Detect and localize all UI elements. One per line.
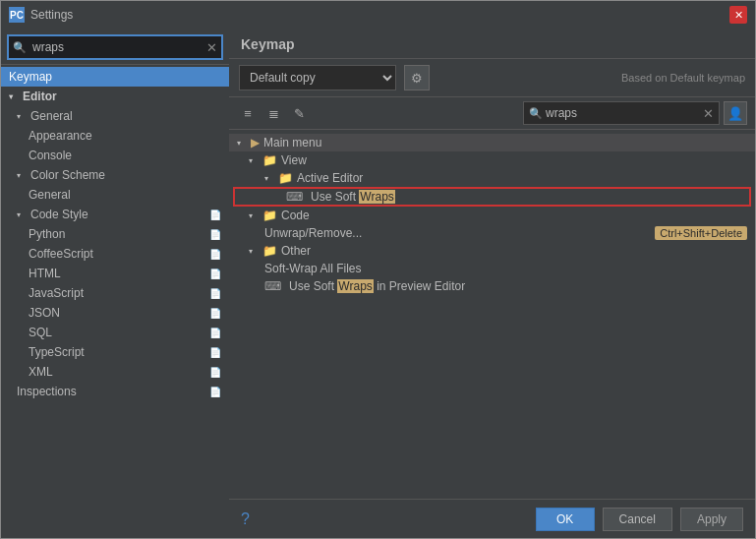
html-label: HTML <box>29 267 61 280</box>
sidebar-item-xml[interactable]: XML 📄 <box>1 362 229 382</box>
other-folder-icon: 📁 <box>262 244 277 258</box>
ok-button[interactable]: OK <box>536 508 595 531</box>
wraps-preview-highlight: Wraps <box>337 279 373 293</box>
sidebar-item-typescript[interactable]: TypeScript 📄 <box>1 342 229 362</box>
active-editor-label: Active Editor <box>297 171 363 185</box>
title-bar: PC Settings ✕ <box>1 1 755 29</box>
view-folder-icon: 📁 <box>262 153 277 167</box>
console-label: Console <box>29 149 72 162</box>
sidebar-item-console[interactable]: Console <box>1 146 229 165</box>
tree-item-use-soft-wraps-preview[interactable]: ⌨ Use Soft Wraps in Preview Editor <box>229 277 755 295</box>
active-editor-triangle <box>264 174 274 183</box>
code-style-triangle <box>17 210 27 219</box>
filter-input[interactable] <box>523 101 720 125</box>
unwrap-shortcut: Ctrl+Shift+Delete <box>655 226 747 240</box>
sql-badge: 📄 <box>209 328 221 338</box>
sidebar-section-editor[interactable]: Editor <box>1 87 229 106</box>
html-badge: 📄 <box>209 269 221 279</box>
sidebar-item-python[interactable]: Python 📄 <box>1 224 229 244</box>
javascript-label: JavaScript <box>29 286 84 300</box>
sidebar-item-coffeescript[interactable]: CoffeeScript 📄 <box>1 244 229 264</box>
use-soft-wraps-action-icon: ⌨ <box>286 190 303 204</box>
keymap-gear-button[interactable]: ⚙ <box>404 65 430 90</box>
panel-header: Keymap <box>229 29 755 59</box>
color-scheme-triangle <box>17 171 27 180</box>
sidebar-item-inspections[interactable]: Inspections 📄 <box>1 382 229 401</box>
collapse-all-button[interactable]: ≣ <box>262 102 284 124</box>
keymap-dropdown-row: Default copy ⚙ Based on Default keymap <box>229 59 755 97</box>
json-label: JSON <box>29 306 60 320</box>
code-style-label: Code Style <box>30 208 88 221</box>
code-folder-icon: 📁 <box>262 209 277 222</box>
inspections-label: Inspections <box>17 385 77 398</box>
keymap-tree: ▶ Main menu 📁 View 📁 Active Editor <box>229 130 755 499</box>
sidebar-item-appearance[interactable]: Appearance <box>1 126 229 146</box>
based-on-label: Based on Default keymap <box>621 72 745 84</box>
sidebar-keymap-label: Keymap <box>9 70 52 84</box>
expand-all-button[interactable]: ≡ <box>237 102 259 124</box>
other-triangle <box>249 247 259 256</box>
settings-window: PC Settings ✕ 🔍 ✕ Keymap <box>0 0 756 539</box>
user-icon-button[interactable]: 👤 <box>724 101 747 125</box>
sidebar-item-sql[interactable]: SQL 📄 <box>1 323 229 342</box>
title-bar-left: PC Settings <box>9 7 73 23</box>
main-menu-triangle <box>237 139 247 148</box>
active-editor-folder-icon: 📁 <box>278 171 293 185</box>
sidebar-section-code-style[interactable]: Code Style 📄 <box>1 205 229 224</box>
sidebar-item-html[interactable]: HTML 📄 <box>1 264 229 283</box>
color-general-label: General <box>29 188 71 202</box>
tree-section-main-menu[interactable]: ▶ Main menu <box>229 134 755 151</box>
sidebar-search-clear[interactable]: ✕ <box>206 40 217 55</box>
other-label: Other <box>281 244 311 258</box>
editor-label: Editor <box>23 90 57 103</box>
sidebar-item-javascript[interactable]: JavaScript 📄 <box>1 283 229 303</box>
tree-item-use-soft-wraps[interactable]: ⌨ Use Soft Wraps <box>233 187 751 207</box>
sidebar-item-json[interactable]: JSON 📄 <box>1 303 229 323</box>
soft-wrap-all-label: Soft-Wrap All Files <box>264 262 361 275</box>
typescript-label: TypeScript <box>29 345 85 359</box>
tree-item-code[interactable]: 📁 Code <box>229 207 755 224</box>
right-panel: Keymap Default copy ⚙ Based on Default k… <box>229 29 755 538</box>
javascript-badge: 📄 <box>209 288 221 299</box>
code-style-badge: 📄 <box>209 210 221 220</box>
window-title: Settings <box>30 8 73 22</box>
sidebar: 🔍 ✕ Keymap Editor General <box>1 29 229 538</box>
main-menu-folder-icon: ▶ <box>251 136 260 150</box>
sidebar-section-color-scheme[interactable]: Color Scheme <box>1 165 229 185</box>
panel-title: Keymap <box>241 36 294 52</box>
color-scheme-label: Color Scheme <box>30 168 105 182</box>
coffeescript-badge: 📄 <box>209 249 221 260</box>
keymap-select[interactable]: Default copy <box>239 65 396 90</box>
coffeescript-label: CoffeeScript <box>29 247 93 261</box>
use-soft-wraps-label: Use Soft Wraps <box>311 190 395 204</box>
tree-item-unwrap[interactable]: Unwrap/Remove... Ctrl+Shift+Delete <box>229 224 755 242</box>
editor-triangle <box>9 92 19 101</box>
tree-item-view[interactable]: 📁 View <box>229 151 755 169</box>
sidebar-section-general[interactable]: General <box>1 106 229 126</box>
view-triangle <box>249 156 259 165</box>
python-badge: 📄 <box>209 229 221 240</box>
use-soft-wraps-preview-label: Use Soft Wraps in Preview Editor <box>289 279 465 293</box>
help-icon[interactable]: ? <box>241 510 250 528</box>
sql-label: SQL <box>29 326 52 339</box>
apply-button[interactable]: Apply <box>680 508 743 531</box>
main-menu-label: Main menu <box>263 136 321 150</box>
code-label: Code <box>281 209 310 222</box>
sidebar-search-container: 🔍 ✕ <box>1 29 229 65</box>
close-button[interactable]: ✕ <box>729 6 747 24</box>
tree-item-active-editor[interactable]: 📁 Active Editor <box>229 169 755 187</box>
sidebar-search-input[interactable] <box>7 34 223 60</box>
tree-item-other[interactable]: 📁 Other <box>229 242 755 260</box>
sidebar-tree: Keymap Editor General Appearance <box>1 65 229 538</box>
search-box-wrapper: 🔍 ✕ <box>7 34 223 60</box>
edit-button[interactable]: ✎ <box>288 102 310 124</box>
filter-clear-icon[interactable]: ✕ <box>703 106 714 121</box>
filter-input-wrapper: 🔍 ✕ <box>523 101 720 125</box>
sidebar-item-color-general[interactable]: General <box>1 185 229 205</box>
tree-item-soft-wrap-all[interactable]: Soft-Wrap All Files <box>229 260 755 277</box>
bottom-bar: ? OK Cancel Apply <box>229 499 755 538</box>
typescript-badge: 📄 <box>209 347 221 358</box>
cancel-button[interactable]: Cancel <box>603 508 672 531</box>
sidebar-item-keymap[interactable]: Keymap <box>1 67 229 87</box>
filter-search-icon: 🔍 <box>529 107 543 120</box>
